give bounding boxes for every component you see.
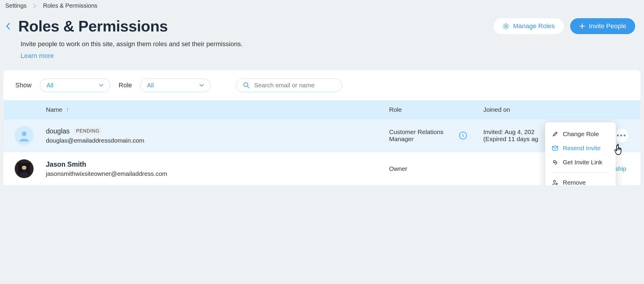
cursor-hand-icon — [613, 143, 625, 156]
user-email: jasonsmithwixsiteowner@emailaddress.com — [46, 170, 383, 177]
column-role[interactable]: Role — [389, 106, 483, 113]
chevron-down-icon — [99, 84, 104, 87]
show-label: Show — [15, 81, 31, 89]
user-role: Customer Relations Manager — [389, 128, 454, 143]
context-menu: Change Role Resend Invite Get Invite Lin… — [545, 122, 616, 186]
menu-change-role[interactable]: Change Role — [545, 127, 616, 141]
invite-people-button[interactable]: Invite People — [570, 18, 635, 34]
user-role: Owner — [389, 165, 407, 172]
column-name[interactable]: Name ↑ — [46, 106, 389, 113]
envelope-icon — [552, 146, 558, 151]
menu-resend-invite[interactable]: Resend Invite — [545, 141, 616, 155]
dots-icon: ••• — [617, 131, 627, 140]
menu-get-invite-link[interactable]: Get Invite Link — [545, 155, 616, 169]
user-name: douglas — [46, 127, 70, 135]
avatar — [15, 159, 34, 178]
show-dropdown[interactable]: All — [40, 78, 110, 92]
page-header: Roles & Permissions Manage Roles Invite … — [0, 9, 644, 35]
search-input-wrap[interactable] — [236, 78, 342, 92]
role-dropdown[interactable]: All — [140, 78, 211, 92]
chevron-right-icon — [33, 3, 36, 9]
gear-icon — [502, 23, 509, 30]
sort-ascending-icon: ↑ — [66, 106, 69, 113]
manage-roles-label: Manage Roles — [513, 22, 555, 30]
menu-change-role-label: Change Role — [563, 131, 599, 138]
plus-icon — [579, 23, 585, 29]
status-badge: PENDING — [73, 127, 103, 135]
role-filter-label: Role — [119, 81, 132, 89]
avatar — [15, 126, 34, 145]
user-email: douglas@emailaddressdomain.com — [46, 137, 383, 144]
show-dropdown-value: All — [47, 82, 53, 89]
link-icon — [552, 159, 558, 165]
manage-roles-button[interactable]: Manage Roles — [494, 18, 564, 34]
menu-resend-invite-label: Resend Invite — [563, 145, 600, 152]
info-icon[interactable] — [459, 132, 467, 139]
menu-get-invite-link-label: Get Invite Link — [563, 159, 602, 166]
breadcrumb-current: Roles & Permissions — [43, 2, 97, 9]
invite-people-label: Invite People — [589, 22, 626, 30]
svg-point-0 — [505, 25, 507, 27]
menu-remove[interactable]: Remove — [545, 176, 616, 186]
more-actions-button[interactable]: ••• — [614, 128, 629, 143]
page-title: Roles & Permissions — [18, 17, 168, 35]
page-subtitle: Invite people to work on this site, assi… — [21, 40, 623, 48]
breadcrumb: Settings Roles & Permissions — [0, 0, 644, 9]
panel: Show All Role All Name ↑ Role J — [4, 70, 640, 186]
svg-point-3 — [463, 134, 464, 135]
svg-rect-4 — [463, 135, 463, 137]
learn-more-link[interactable]: Learn more — [21, 52, 54, 60]
menu-remove-label: Remove — [563, 179, 586, 186]
svg-point-9 — [23, 167, 24, 168]
chevron-down-icon — [199, 84, 204, 87]
table-header: Name ↑ Role Joined on — [4, 100, 640, 119]
back-chevron-icon[interactable] — [5, 22, 11, 30]
column-name-label: Name — [46, 106, 62, 113]
search-input[interactable] — [254, 82, 335, 89]
filters-bar: Show All Role All — [4, 70, 640, 100]
search-icon — [243, 82, 250, 89]
breadcrumb-parent[interactable]: Settings — [5, 2, 26, 9]
menu-divider — [552, 172, 609, 173]
column-joined[interactable]: Joined on — [483, 106, 607, 113]
user-x-icon — [552, 180, 558, 186]
svg-point-10 — [25, 167, 26, 168]
user-name: Jason Smith — [46, 161, 86, 168]
table-row: douglas PENDING douglas@emailaddressdoma… — [4, 119, 640, 152]
svg-point-2 — [22, 131, 26, 136]
role-dropdown-value: All — [147, 82, 154, 89]
svg-point-6 — [554, 181, 556, 183]
pencil-icon — [552, 131, 558, 137]
